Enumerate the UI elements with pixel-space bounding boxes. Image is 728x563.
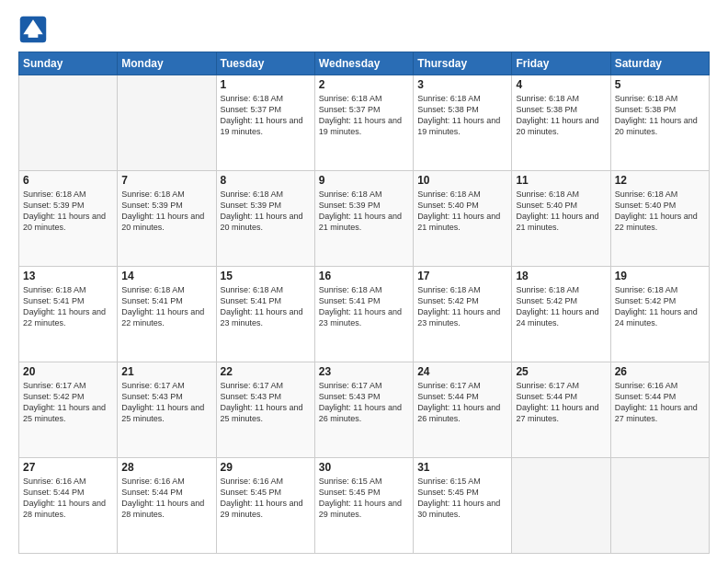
- day-info: Sunrise: 6:18 AM Sunset: 5:39 PM Dayligh…: [319, 189, 409, 234]
- day-info: Sunrise: 6:18 AM Sunset: 5:38 PM Dayligh…: [615, 93, 705, 138]
- calendar-cell: [118, 75, 216, 171]
- calendar-cell: 24Sunrise: 6:17 AM Sunset: 5:44 PM Dayli…: [414, 362, 512, 458]
- day-number: 30: [319, 461, 409, 474]
- day-number: 21: [121, 365, 211, 378]
- day-info: Sunrise: 6:18 AM Sunset: 5:42 PM Dayligh…: [516, 284, 606, 329]
- day-number: 10: [417, 174, 507, 187]
- day-info: Sunrise: 6:18 AM Sunset: 5:40 PM Dayligh…: [417, 189, 507, 234]
- calendar-cell: 5Sunrise: 6:18 AM Sunset: 5:38 PM Daylig…: [610, 75, 709, 171]
- day-info: Sunrise: 6:18 AM Sunset: 5:41 PM Dayligh…: [319, 284, 409, 329]
- day-number: 20: [23, 365, 113, 378]
- calendar-cell: 28Sunrise: 6:16 AM Sunset: 5:44 PM Dayli…: [118, 458, 216, 554]
- day-info: Sunrise: 6:18 AM Sunset: 5:40 PM Dayligh…: [615, 189, 705, 234]
- calendar-cell: 26Sunrise: 6:16 AM Sunset: 5:44 PM Dayli…: [610, 362, 709, 458]
- calendar-cell: 23Sunrise: 6:17 AM Sunset: 5:43 PM Dayli…: [314, 362, 413, 458]
- calendar-cell: 20Sunrise: 6:17 AM Sunset: 5:42 PM Dayli…: [19, 362, 118, 458]
- day-info: Sunrise: 6:17 AM Sunset: 5:43 PM Dayligh…: [121, 380, 211, 425]
- weekday-header-friday: Friday: [512, 52, 610, 75]
- day-number: 8: [221, 174, 311, 187]
- calendar-cell: [610, 458, 709, 554]
- calendar-cell: 15Sunrise: 6:18 AM Sunset: 5:41 PM Dayli…: [216, 267, 314, 362]
- day-number: 2: [319, 78, 409, 91]
- day-info: Sunrise: 6:15 AM Sunset: 5:45 PM Dayligh…: [417, 476, 507, 521]
- day-number: 18: [516, 270, 606, 282]
- logo-icon: [18, 15, 48, 44]
- day-info: Sunrise: 6:18 AM Sunset: 5:41 PM Dayligh…: [23, 284, 113, 329]
- weekday-header-wednesday: Wednesday: [314, 52, 413, 75]
- day-info: Sunrise: 6:18 AM Sunset: 5:42 PM Dayligh…: [615, 284, 705, 329]
- calendar-cell: 31Sunrise: 6:15 AM Sunset: 5:45 PM Dayli…: [414, 458, 512, 554]
- day-number: 31: [417, 461, 507, 474]
- calendar-cell: 14Sunrise: 6:18 AM Sunset: 5:41 PM Dayli…: [118, 267, 216, 362]
- calendar-cell: [19, 75, 118, 171]
- day-info: Sunrise: 6:18 AM Sunset: 5:39 PM Dayligh…: [221, 189, 311, 234]
- day-info: Sunrise: 6:17 AM Sunset: 5:43 PM Dayligh…: [221, 380, 311, 425]
- weekday-header-monday: Monday: [118, 52, 216, 75]
- day-info: Sunrise: 6:18 AM Sunset: 5:38 PM Dayligh…: [516, 93, 606, 138]
- day-info: Sunrise: 6:16 AM Sunset: 5:44 PM Dayligh…: [23, 476, 113, 521]
- week-row-4: 27Sunrise: 6:16 AM Sunset: 5:44 PM Dayli…: [19, 458, 710, 554]
- day-info: Sunrise: 6:15 AM Sunset: 5:45 PM Dayligh…: [319, 476, 409, 521]
- calendar-cell: 17Sunrise: 6:18 AM Sunset: 5:42 PM Dayli…: [414, 267, 512, 362]
- day-number: 4: [516, 78, 606, 91]
- day-number: 12: [615, 174, 705, 187]
- day-number: 9: [319, 174, 409, 187]
- calendar-cell: 3Sunrise: 6:18 AM Sunset: 5:38 PM Daylig…: [414, 75, 512, 171]
- calendar-cell: [512, 458, 610, 554]
- day-number: 3: [417, 78, 507, 91]
- calendar-cell: 7Sunrise: 6:18 AM Sunset: 5:39 PM Daylig…: [118, 171, 216, 267]
- day-info: Sunrise: 6:17 AM Sunset: 5:44 PM Dayligh…: [516, 380, 606, 425]
- day-number: 15: [221, 270, 311, 282]
- calendar-body: 1Sunrise: 6:18 AM Sunset: 5:37 PM Daylig…: [19, 75, 710, 554]
- calendar-cell: 13Sunrise: 6:18 AM Sunset: 5:41 PM Dayli…: [19, 267, 118, 362]
- day-info: Sunrise: 6:16 AM Sunset: 5:44 PM Dayligh…: [615, 380, 705, 425]
- calendar-cell: 18Sunrise: 6:18 AM Sunset: 5:42 PM Dayli…: [512, 267, 610, 362]
- calendar-header: SundayMondayTuesdayWednesdayThursdayFrid…: [19, 52, 710, 75]
- day-number: 6: [23, 174, 113, 187]
- day-number: 16: [319, 270, 409, 282]
- day-number: 1: [221, 78, 311, 91]
- header: [18, 15, 710, 44]
- calendar-table: SundayMondayTuesdayWednesdayThursdayFrid…: [18, 52, 710, 554]
- day-info: Sunrise: 6:18 AM Sunset: 5:41 PM Dayligh…: [221, 284, 311, 329]
- day-info: Sunrise: 6:18 AM Sunset: 5:38 PM Dayligh…: [417, 93, 507, 138]
- day-number: 5: [615, 78, 705, 91]
- day-info: Sunrise: 6:18 AM Sunset: 5:40 PM Dayligh…: [516, 189, 606, 234]
- weekday-header-saturday: Saturday: [610, 52, 709, 75]
- day-number: 17: [417, 270, 507, 282]
- week-row-2: 13Sunrise: 6:18 AM Sunset: 5:41 PM Dayli…: [19, 267, 710, 362]
- calendar-cell: 21Sunrise: 6:17 AM Sunset: 5:43 PM Dayli…: [118, 362, 216, 458]
- day-info: Sunrise: 6:18 AM Sunset: 5:42 PM Dayligh…: [417, 284, 507, 329]
- calendar-cell: 12Sunrise: 6:18 AM Sunset: 5:40 PM Dayli…: [610, 171, 709, 267]
- day-info: Sunrise: 6:17 AM Sunset: 5:43 PM Dayligh…: [319, 380, 409, 425]
- day-info: Sunrise: 6:16 AM Sunset: 5:44 PM Dayligh…: [121, 476, 211, 521]
- day-number: 23: [319, 365, 409, 378]
- day-info: Sunrise: 6:18 AM Sunset: 5:41 PM Dayligh…: [121, 284, 211, 329]
- calendar-cell: 4Sunrise: 6:18 AM Sunset: 5:38 PM Daylig…: [512, 75, 610, 171]
- weekday-header-row: SundayMondayTuesdayWednesdayThursdayFrid…: [19, 52, 710, 75]
- week-row-1: 6Sunrise: 6:18 AM Sunset: 5:39 PM Daylig…: [19, 171, 710, 267]
- calendar-cell: 27Sunrise: 6:16 AM Sunset: 5:44 PM Dayli…: [19, 458, 118, 554]
- day-info: Sunrise: 6:16 AM Sunset: 5:45 PM Dayligh…: [221, 476, 311, 521]
- svg-rect-2: [28, 33, 39, 38]
- day-info: Sunrise: 6:17 AM Sunset: 5:42 PM Dayligh…: [23, 380, 113, 425]
- day-number: 25: [516, 365, 606, 378]
- day-info: Sunrise: 6:18 AM Sunset: 5:37 PM Dayligh…: [319, 93, 409, 138]
- calendar-cell: 8Sunrise: 6:18 AM Sunset: 5:39 PM Daylig…: [216, 171, 314, 267]
- day-number: 24: [417, 365, 507, 378]
- calendar-cell: 6Sunrise: 6:18 AM Sunset: 5:39 PM Daylig…: [19, 171, 118, 267]
- day-number: 13: [23, 270, 113, 282]
- week-row-0: 1Sunrise: 6:18 AM Sunset: 5:37 PM Daylig…: [19, 75, 710, 171]
- calendar-page: SundayMondayTuesdayWednesdayThursdayFrid…: [0, 0, 728, 563]
- day-number: 29: [221, 461, 311, 474]
- day-info: Sunrise: 6:18 AM Sunset: 5:37 PM Dayligh…: [221, 93, 311, 138]
- day-number: 22: [221, 365, 311, 378]
- day-info: Sunrise: 6:17 AM Sunset: 5:44 PM Dayligh…: [417, 380, 507, 425]
- calendar-cell: 29Sunrise: 6:16 AM Sunset: 5:45 PM Dayli…: [216, 458, 314, 554]
- weekday-header-tuesday: Tuesday: [216, 52, 314, 75]
- calendar-cell: 10Sunrise: 6:18 AM Sunset: 5:40 PM Dayli…: [414, 171, 512, 267]
- calendar-cell: 11Sunrise: 6:18 AM Sunset: 5:40 PM Dayli…: [512, 171, 610, 267]
- day-number: 26: [615, 365, 705, 378]
- day-info: Sunrise: 6:18 AM Sunset: 5:39 PM Dayligh…: [121, 189, 211, 234]
- calendar-cell: 30Sunrise: 6:15 AM Sunset: 5:45 PM Dayli…: [314, 458, 413, 554]
